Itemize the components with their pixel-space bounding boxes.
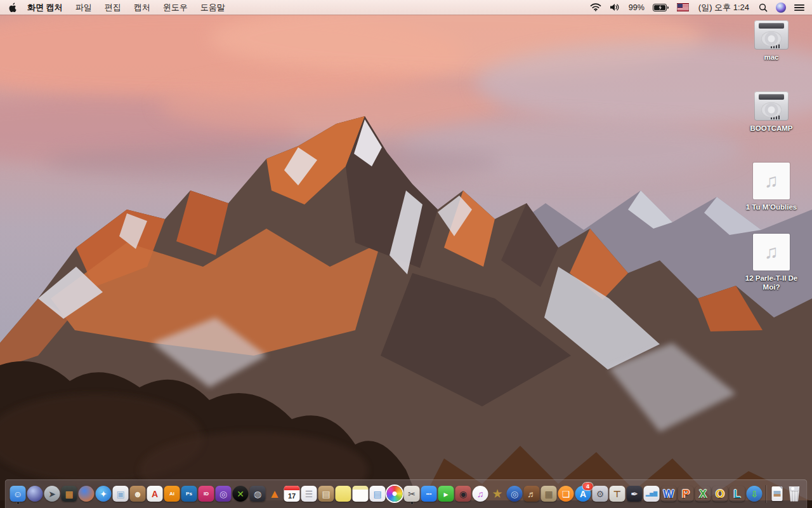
audio-file-icon: ♫ [753, 234, 790, 271]
dock-item-photo-booth[interactable]: ◉ [455, 485, 471, 503]
dock-item-ms-powerpoint[interactable]: P [678, 485, 694, 503]
itunes-icon: ♫ [473, 486, 488, 502]
dock-item-screenshot-image-file[interactable] [769, 485, 785, 503]
trash-icon [788, 486, 801, 502]
ibooks-icon: ❏ [558, 486, 574, 502]
dock-item-document-app[interactable]: ▤ [370, 485, 386, 503]
dock-item-siri[interactable] [27, 485, 43, 503]
launchpad-icon: ➤ [44, 486, 60, 502]
mission-control-icon: ▦ [62, 486, 77, 502]
stuffit-expander-icon: ▤ [318, 486, 334, 502]
dock-item-adobe-indesign[interactable]: ID [199, 485, 214, 503]
volume-icon[interactable] [610, 3, 620, 11]
hard-drive-icon [754, 91, 789, 121]
dark-disc-app-icon: ◍ [250, 486, 266, 502]
dock-item-reminders[interactable]: ☰ [301, 485, 317, 503]
dock-item-scrapbook-app[interactable]: ▦ [541, 485, 557, 503]
spotlight-search-icon[interactable] [759, 3, 768, 12]
dock-item-keynote[interactable]: ⊤ [610, 485, 625, 503]
apple-menu-icon[interactable] [8, 3, 17, 13]
photo-booth-icon: ◉ [455, 486, 471, 502]
ms-lync-icon: L [730, 486, 745, 502]
dock-item-ms-lync[interactable]: L [730, 485, 745, 503]
dock-item-notes[interactable] [353, 485, 369, 503]
desktop-icon-label: 1 Tu M'Oublies [746, 203, 797, 211]
wifi-icon[interactable] [590, 3, 601, 11]
dock-item-grab-screen-capture[interactable]: ✂ [404, 485, 420, 503]
menu-item-1[interactable]: 편집 [105, 3, 121, 12]
active-app-menu[interactable]: 화면 캡처 [27, 2, 63, 13]
dock-item-pages[interactable]: ✒ [627, 485, 643, 503]
dock-item-messages[interactable]: ••• [421, 485, 437, 503]
menu-item-4[interactable]: 도움말 [200, 3, 225, 12]
menu-item-0[interactable]: 파일 [75, 3, 92, 12]
desktop-icon-1-tu-m-oublies[interactable]: ♫1 Tu M'Oublies [736, 163, 807, 234]
desktop-icon-label: mac [764, 53, 778, 62]
adobe-illustrator-icon: Ai [164, 486, 180, 502]
dock-item-dark-disc-app[interactable]: ◍ [250, 485, 266, 503]
dock-item-garageband[interactable]: ♬ [524, 485, 540, 503]
adobe-indesign-icon: ID [199, 486, 214, 502]
dock-item-stuffit-expander[interactable]: ▤ [318, 485, 334, 503]
vlc-icon: ▲ [267, 486, 283, 502]
dock-item-stickies[interactable] [336, 485, 351, 503]
dock-item-contacts[interactable]: ☻ [130, 485, 146, 503]
dock-item-adobe-illustrator[interactable]: Ai [164, 485, 180, 503]
dock-item-vlc[interactable]: ▲ [267, 485, 283, 503]
dock-item-imovie[interactable]: ★ [490, 485, 506, 503]
dock-item-ms-outlook[interactable]: O [712, 485, 728, 503]
running-indicator-dot [410, 502, 413, 504]
firefox-icon [79, 486, 95, 502]
dock-item-mission-control[interactable]: ▦ [62, 485, 77, 503]
dock-item-idvd[interactable]: ◎ [507, 485, 523, 503]
dock-item-adobe-acrobat[interactable]: A [147, 485, 163, 503]
dock-item-ibooks[interactable]: ❏ [558, 485, 574, 503]
dock-item-preview[interactable]: ▣ [113, 485, 129, 503]
dock-item-itunes[interactable]: ♫ [473, 485, 488, 503]
dock-item-safari[interactable]: ✦ [96, 485, 112, 503]
menu-bar-clock[interactable]: (일) 오후 1:24 [698, 2, 749, 13]
dock-item-finder[interactable]: ☺ [10, 485, 26, 503]
app-menus: 파일편집캡처윈도우도움말 [75, 2, 238, 13]
desktop-icon-label: BOOTCAMP [750, 124, 792, 133]
hard-drive-icon [754, 20, 789, 50]
dock-item-launchpad[interactable]: ➤ [44, 485, 60, 503]
dock-item-numbers[interactable]: ▂▅▇ [644, 485, 660, 503]
document-app-icon: ▤ [370, 486, 386, 502]
menu-item-3[interactable]: 윈도우 [163, 3, 188, 12]
desktop-icon-12-parle-t-il-de-moi-[interactable]: ♫12 Parle-T-Il De Moi? [736, 234, 807, 305]
dock-item-firefox[interactable] [79, 485, 95, 503]
dock-item-ms-word[interactable]: W [661, 485, 677, 503]
dock-item-green-x-app[interactable]: ✕ [233, 485, 249, 503]
reminders-icon: ☰ [301, 486, 317, 502]
dock-item-adobe-photoshop[interactable]: Ps [181, 485, 197, 503]
notification-center-icon[interactable] [794, 4, 804, 11]
menu-item-2[interactable]: 캡처 [134, 3, 150, 12]
dock-item-system-preferences[interactable]: ⚙ [593, 485, 608, 503]
photos-icon [387, 486, 403, 502]
music-note-icon: ♫ [764, 170, 779, 192]
siri-icon [27, 486, 43, 502]
battery-charging-icon[interactable] [653, 4, 669, 11]
menu-bar: 화면 캡처 파일편집캡처윈도우도움말 99% [0, 0, 812, 15]
finder-icon: ☺ [10, 486, 26, 502]
dock-item-microsoft-update[interactable]: ⇩ [747, 485, 763, 503]
siri-menu-icon[interactable] [776, 3, 786, 13]
adobe-photoshop-icon: Ps [181, 486, 197, 502]
scrapbook-app-icon: ▦ [541, 486, 557, 502]
toast-titanium-icon: ◎ [216, 486, 232, 502]
contacts-icon: ☻ [130, 486, 146, 502]
dock-item-app-store[interactable]: A4 [575, 485, 591, 503]
dock-item-calendar[interactable]: 17 [284, 485, 300, 503]
dock-item-photos[interactable] [387, 485, 403, 503]
notes-icon [353, 486, 369, 502]
dock-item-toast-titanium[interactable]: ◎ [216, 485, 232, 503]
notification-badge: 4 [583, 483, 593, 490]
dock-item-ms-excel[interactable]: X [695, 485, 711, 503]
ms-excel-icon: X [695, 486, 711, 502]
input-source-us-flag-icon[interactable] [677, 3, 689, 11]
dock-item-facetime[interactable]: ▸ [438, 485, 454, 503]
dock-item-trash[interactable] [787, 485, 802, 503]
desktop-icon-bootcamp[interactable]: BOOTCAMP [736, 91, 807, 163]
desktop-icon-mac[interactable]: mac [736, 20, 807, 91]
